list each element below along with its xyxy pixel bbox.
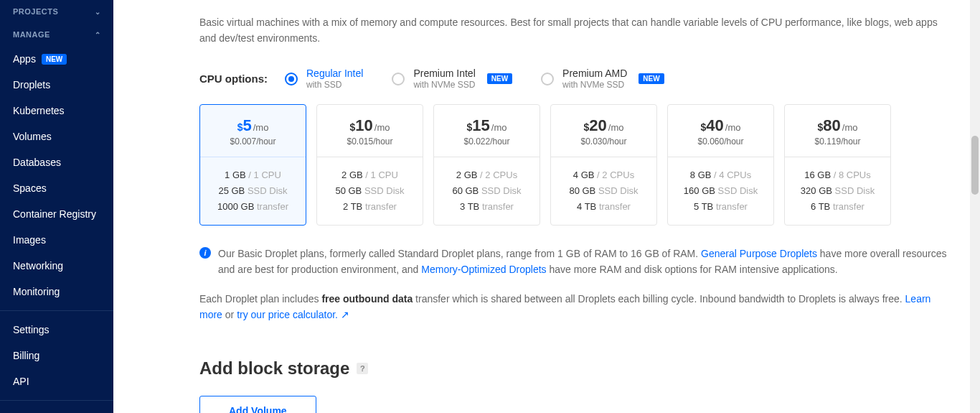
sidebar-item-spaces[interactable]: Spaces <box>0 175 113 201</box>
footer-marketplace[interactable]: ⬡ Marketplace ↗ <box>0 407 113 413</box>
add-volume-button[interactable]: Add Volume <box>199 396 316 413</box>
plan-description: Basic virtual machines with a mix of mem… <box>199 14 951 47</box>
spec-ram: 16 GB <box>804 170 831 180</box>
info-text: Our Basic Droplet plans, formerly called… <box>218 246 951 278</box>
plan-card[interactable]: $ 15 /mo $0.022/hour 2 GB / 2 CPUs 60 GB… <box>433 104 540 226</box>
currency-symbol: $ <box>818 121 824 133</box>
plan-card[interactable]: $ 10 /mo $0.015/hour 2 GB / 1 CPU 50 GB … <box>316 104 423 226</box>
spec-transfer-label: transfer <box>365 201 397 212</box>
sidebar-item-networking[interactable]: Networking <box>0 253 113 279</box>
plan-price: 80 <box>823 116 840 135</box>
scrollbar-thumb[interactable] <box>971 136 979 195</box>
per-month: /mo <box>374 122 390 133</box>
cpu-options-row: CPU options: Regular Intel with SSD Prem… <box>199 67 951 91</box>
info-segment: Our Basic Droplet plans, formerly called… <box>218 248 701 259</box>
spec-disk-size: 160 GB <box>684 185 715 196</box>
spec-disk-size: 60 GB <box>452 185 479 196</box>
new-pill: NEW <box>487 73 512 84</box>
chevron-down-icon: ⌄ <box>95 8 101 16</box>
cpu-option[interactable]: Premium AMD with NVMe SSD NEW <box>541 67 664 91</box>
cpu-option-subtitle: with SSD <box>306 80 363 91</box>
sidebar-item-settings[interactable]: Settings <box>0 317 113 343</box>
spec-disk-size: 320 GB <box>801 185 832 196</box>
currency-symbol: $ <box>467 121 473 133</box>
manage-list: Apps NEW Droplets Kubernetes Volumes Dat… <box>0 46 113 305</box>
cpu-option[interactable]: Premium Intel with NVMe SSD NEW <box>392 67 512 91</box>
plan-price-section: $ 15 /mo $0.022/hour <box>434 105 540 157</box>
sidebar-item-label: Monitoring <box>13 286 60 297</box>
spec-disk-size: 80 GB <box>569 185 595 196</box>
spec-transfer-size: 6 TB <box>811 201 830 212</box>
plan-price-section: $ 40 /mo $0.060/hour <box>668 105 773 157</box>
plan-specs: 16 GB / 8 CPUs 320 GB SSD Disk 6 TB tran… <box>785 157 890 225</box>
spec-ram: 2 GB <box>456 170 478 180</box>
sidebar-item-api[interactable]: API <box>0 368 113 394</box>
plan-cards: $ 5 /mo $0.007/hour 1 GB / 1 CPU 25 GB S… <box>199 104 951 226</box>
per-month: /mo <box>842 122 858 133</box>
sidebar-item-label: Images <box>13 234 46 246</box>
radio-icon <box>392 73 405 85</box>
manage-header[interactable]: MANAGE ⌃ <box>0 23 113 46</box>
cpu-option-title: Premium AMD <box>562 67 627 80</box>
spec-sep: / <box>597 170 600 180</box>
projects-header[interactable]: PROJECTS ⌄ <box>0 0 113 23</box>
help-icon[interactable]: ? <box>357 363 368 374</box>
spec-transfer-label: transfer <box>599 201 631 212</box>
plan-specs: 4 GB / 2 CPUs 80 GB SSD Disk 4 TB transf… <box>551 157 656 225</box>
sidebar-item-label: Networking <box>13 260 63 272</box>
plan-price-section: $ 20 /mo $0.030/hour <box>551 105 656 157</box>
info-icon: i <box>199 247 211 259</box>
manage-label: MANAGE <box>13 30 50 39</box>
plan-specs: 1 GB / 1 CPU 25 GB SSD Disk 1000 GB tran… <box>200 157 306 225</box>
currency-symbol: $ <box>350 121 356 133</box>
plan-card[interactable]: $ 20 /mo $0.030/hour 4 GB / 2 CPUs 80 GB… <box>550 104 657 226</box>
spec-ram: 1 GB <box>225 170 246 180</box>
sidebar-item-label: Settings <box>13 324 50 335</box>
sidebar-item-volumes[interactable]: Volumes <box>0 124 113 149</box>
plan-price: 20 <box>589 116 606 135</box>
scrollbar-track[interactable] <box>970 0 980 413</box>
plan-card[interactable]: $ 40 /mo $0.060/hour 8 GB / 4 CPUs 160 G… <box>667 104 774 226</box>
radio-icon <box>541 73 554 85</box>
price-calculator-link[interactable]: try our price calculator. ↗ <box>237 309 349 320</box>
cpu-option-title: Premium Intel <box>413 67 475 80</box>
spec-cpu: 8 CPUs <box>839 170 871 180</box>
secondary-list: Settings Billing API <box>0 317 113 394</box>
radio-icon <box>285 73 298 85</box>
spec-disk-label: SSD Disk <box>835 185 875 196</box>
plan-price: 40 <box>706 116 723 135</box>
sidebar-item-monitoring[interactable]: Monitoring <box>0 279 113 305</box>
per-month: /mo <box>253 122 269 133</box>
sidebar-item-databases[interactable]: Databases <box>0 149 113 175</box>
plan-price: 5 <box>242 116 251 135</box>
info-segment: have more RAM and disk options for RAM i… <box>547 264 838 275</box>
cpu-option-subtitle: with NVMe SSD <box>562 80 627 91</box>
external-link-icon: ↗ <box>341 309 349 320</box>
spec-transfer-size: 1000 GB <box>217 201 254 212</box>
plan-price: 10 <box>355 116 372 135</box>
plan-card[interactable]: $ 80 /mo $0.119/hour 16 GB / 8 CPUs 320 … <box>784 104 891 226</box>
currency-symbol: $ <box>701 121 707 133</box>
general-purpose-link[interactable]: General Purpose Droplets <box>701 248 817 259</box>
plan-hourly: $0.007/hour <box>206 136 300 147</box>
sidebar-item-droplets[interactable]: Droplets <box>0 72 113 98</box>
sidebar-item-apps[interactable]: Apps NEW <box>0 46 113 72</box>
sidebar-item-kubernetes[interactable]: Kubernetes <box>0 98 113 124</box>
sidebar-item-images[interactable]: Images <box>0 227 113 253</box>
sidebar-item-label: Databases <box>13 157 61 168</box>
text-bold: free outbound data <box>321 293 413 305</box>
sidebar-item-container-registry[interactable]: Container Registry <box>0 201 113 227</box>
sidebar-item-billing[interactable]: Billing <box>0 343 113 368</box>
cpu-option[interactable]: Regular Intel with SSD <box>285 67 363 91</box>
plan-card[interactable]: $ 5 /mo $0.007/hour 1 GB / 1 CPU 25 GB S… <box>199 104 306 226</box>
spec-transfer-size: 2 TB <box>343 201 362 212</box>
per-month: /mo <box>725 122 741 133</box>
cpu-options-label: CPU options: <box>199 73 268 85</box>
memory-optimized-link[interactable]: Memory-Optimized Droplets <box>421 264 546 275</box>
spec-transfer-size: 5 TB <box>694 201 713 212</box>
transfer-paragraph: Each Droplet plan includes free outbound… <box>199 291 951 323</box>
main-content: Basic virtual machines with a mix of mem… <box>113 0 980 413</box>
spec-sep: / <box>834 170 837 180</box>
spec-transfer-label: transfer <box>257 201 288 212</box>
spec-disk-label: SSD Disk <box>481 185 522 196</box>
